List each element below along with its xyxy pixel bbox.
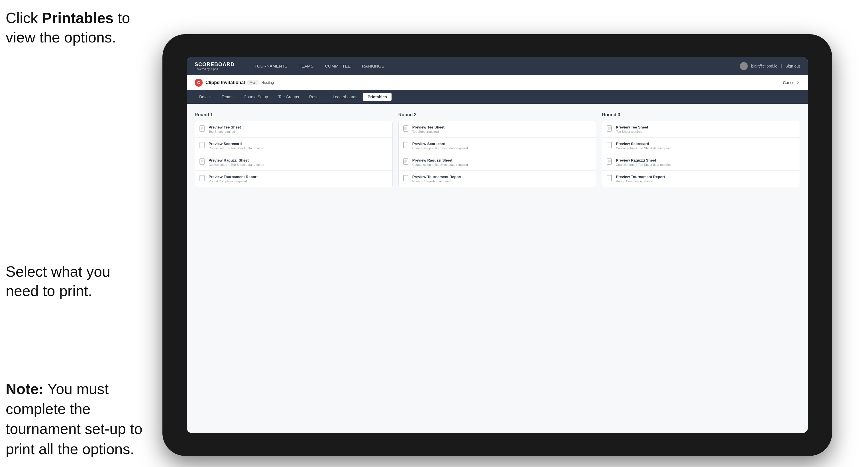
r2-scorecard[interactable]: Preview Scorecard Course setup + Tee She… [399, 137, 596, 154]
r3-tournament-report-text: Preview Tournament Report Round Completi… [616, 175, 795, 183]
tab-tee-groups[interactable]: Tee Groups [274, 93, 304, 101]
tablet-screen: SCOREBOARD Powered by clippd TOURNAMENTS… [187, 57, 808, 433]
document-icon [403, 158, 409, 166]
r1-tournament-report[interactable]: Preview Tournament Report Round Completi… [195, 171, 393, 187]
r2-scorecard-title: Preview Scorecard [412, 142, 592, 146]
r3-tournament-report-sub: Round Completion required [616, 180, 795, 183]
r1-raguzzi-sub: Course setup + Tee Sheet data required [209, 163, 388, 166]
r1-tee-sheet-sub: Tee Sheet required [209, 130, 388, 133]
document-icon [403, 125, 409, 133]
top-nav-right: blair@clippd.io | Sign out [740, 62, 800, 70]
r3-tee-sheet-text: Preview Tee Sheet Tee Sheet required [616, 125, 795, 133]
r2-raguzzi[interactable]: Preview Raguzzi Sheet Course setup + Tee… [399, 154, 596, 171]
tab-results[interactable]: Results [305, 93, 327, 101]
r2-raguzzi-title: Preview Raguzzi Sheet [412, 158, 592, 162]
r3-scorecard-title: Preview Scorecard [616, 142, 795, 146]
r3-raguzzi[interactable]: Preview Raguzzi Sheet Course setup + Tee… [602, 154, 800, 171]
instruction-bottom: Note: You must complete the tournament s… [6, 379, 154, 459]
r3-raguzzi-sub: Course setup + Tee Sheet data required [616, 163, 795, 166]
r2-raguzzi-text: Preview Raguzzi Sheet Course setup + Tee… [412, 158, 592, 166]
tournament-logo: C [195, 79, 203, 87]
brand: SCOREBOARD Powered by clippd [195, 62, 235, 71]
tab-details[interactable]: Details [195, 93, 216, 101]
document-icon [607, 158, 613, 166]
tab-course-setup[interactable]: Course Setup [239, 93, 273, 101]
r3-tournament-report[interactable]: Preview Tournament Report Round Completi… [602, 171, 800, 187]
r1-tee-sheet[interactable]: Preview Tee Sheet Tee Sheet required [195, 121, 393, 137]
r2-scorecard-text: Preview Scorecard Course setup + Tee She… [412, 142, 592, 150]
r1-tee-sheet-title: Preview Tee Sheet [209, 125, 388, 129]
document-icon [607, 175, 613, 182]
main-content: Round 1 [187, 104, 808, 433]
round-2-title: Round 2 [398, 112, 596, 117]
rounds-grid: Round 1 [195, 112, 800, 187]
tab-teams[interactable]: Teams [217, 93, 238, 101]
round-1-section: Round 1 [195, 112, 393, 187]
document-icon [199, 142, 206, 149]
round-1-cards: Preview Tee Sheet Tee Sheet required [195, 121, 393, 187]
r1-scorecard-text: Preview Scorecard Course setup + Tee She… [209, 142, 388, 150]
tournament-badge: Men [247, 80, 258, 85]
nav-rankings[interactable]: RANKINGS [362, 62, 384, 70]
nav-committee[interactable]: COMMITTEE [325, 62, 350, 70]
document-icon [199, 125, 206, 133]
tournament-status: Hosting [261, 80, 274, 85]
tournament-name: Clippd Invitational [206, 80, 245, 85]
r2-tournament-report-text: Preview Tournament Report Round Completi… [412, 175, 592, 183]
user-avatar [740, 62, 748, 70]
round-3-title: Round 3 [602, 112, 800, 117]
r3-tee-sheet-sub: Tee Sheet required [616, 130, 795, 133]
document-icon [607, 142, 613, 149]
brand-sub: Powered by clippd [195, 67, 235, 71]
round-1-title: Round 1 [195, 112, 393, 117]
tab-printables[interactable]: Printables [363, 93, 392, 101]
r2-scorecard-sub: Course setup + Tee Sheet data required [412, 147, 592, 150]
document-icon [199, 158, 206, 166]
r1-raguzzi-title: Preview Raguzzi Sheet [209, 158, 388, 162]
r1-scorecard-title: Preview Scorecard [209, 142, 388, 146]
r1-tournament-report-title: Preview Tournament Report [209, 175, 388, 179]
user-email: blair@clippd.io [751, 64, 777, 68]
r1-tournament-report-sub: Round Completion required [209, 180, 388, 183]
tab-leaderboards[interactable]: Leaderboards [328, 93, 362, 101]
r1-raguzzi[interactable]: Preview Raguzzi Sheet Course setup + Tee… [195, 154, 393, 171]
instruction-middle: Select what you need to print. [6, 262, 143, 301]
r3-tee-sheet[interactable]: Preview Tee Sheet Tee Sheet required [602, 121, 800, 137]
r3-tee-sheet-title: Preview Tee Sheet [616, 125, 795, 129]
note-bold: Note: [6, 381, 43, 397]
round-3-cards: Preview Tee Sheet Tee Sheet required [602, 121, 800, 187]
r3-scorecard-sub: Course setup + Tee Sheet data required [616, 147, 795, 150]
r2-tournament-report[interactable]: Preview Tournament Report Round Completi… [399, 171, 596, 187]
r2-tee-sheet[interactable]: Preview Tee Sheet Tee Sheet required [399, 121, 596, 137]
r3-scorecard[interactable]: Preview Scorecard Course setup + Tee She… [602, 137, 800, 154]
round-2-cards: Preview Tee Sheet Tee Sheet required [398, 121, 596, 187]
r1-tee-sheet-text: Preview Tee Sheet Tee Sheet required [209, 125, 388, 133]
brand-title: SCOREBOARD [195, 62, 235, 67]
r2-tee-sheet-text: Preview Tee Sheet Tee Sheet required [412, 125, 592, 133]
r3-raguzzi-text: Preview Raguzzi Sheet Course setup + Tee… [616, 158, 795, 166]
r2-tournament-report-title: Preview Tournament Report [412, 175, 592, 179]
sign-out-link[interactable]: Sign out [785, 64, 800, 68]
r1-scorecard-sub: Course setup + Tee Sheet data required [209, 147, 388, 150]
separator: | [781, 64, 782, 68]
r1-tournament-report-text: Preview Tournament Report Round Completi… [209, 175, 388, 183]
r1-scorecard[interactable]: Preview Scorecard Course setup + Tee She… [195, 137, 393, 154]
sub-tabs: Details Teams Course Setup Tee Groups Re… [187, 90, 808, 104]
r3-tournament-report-title: Preview Tournament Report [616, 175, 795, 179]
r2-raguzzi-sub: Course setup + Tee Sheet data required [412, 163, 592, 166]
r1-raguzzi-text: Preview Raguzzi Sheet Course setup + Tee… [209, 158, 388, 166]
r2-tee-sheet-sub: Tee Sheet required [412, 130, 592, 133]
printables-bold: Printables [42, 10, 114, 26]
r2-tee-sheet-title: Preview Tee Sheet [412, 125, 592, 129]
document-icon [607, 125, 613, 133]
round-3-section: Round 3 [602, 112, 800, 187]
tournament-bar: C Clippd Invitational Men Hosting Cancel… [187, 75, 808, 90]
top-nav: SCOREBOARD Powered by clippd TOURNAMENTS… [187, 57, 808, 75]
nav-tournaments[interactable]: TOURNAMENTS [254, 62, 287, 70]
nav-teams[interactable]: TEAMS [299, 62, 314, 70]
round-2-section: Round 2 [398, 112, 596, 187]
tablet-shell: SCOREBOARD Powered by clippd TOURNAMENTS… [162, 34, 832, 456]
r3-raguzzi-title: Preview Raguzzi Sheet [616, 158, 795, 162]
cancel-button[interactable]: Cancel ✕ [783, 80, 800, 85]
document-icon [199, 175, 206, 182]
